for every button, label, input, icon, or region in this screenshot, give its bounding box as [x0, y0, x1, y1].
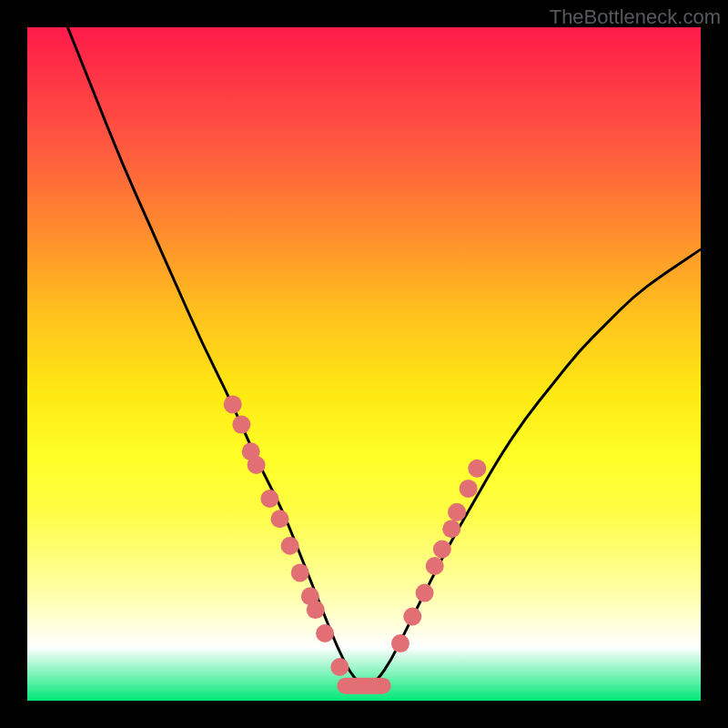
curve-marker-dot	[448, 503, 466, 521]
curve-marker-dot	[426, 557, 444, 575]
curve-marker-dot	[281, 537, 299, 555]
curve-marker-dot	[330, 658, 349, 676]
curve-marker-dot	[416, 584, 434, 602]
curve-marker-dot	[248, 456, 266, 474]
chart-svg	[27, 27, 701, 701]
curve-marker-dot	[260, 490, 278, 508]
bottleneck-curve	[67, 27, 701, 685]
curve-marker-dot	[291, 563, 309, 581]
curve-marker-dot	[468, 460, 486, 478]
curve-marker-dot	[433, 541, 451, 559]
curve-marker-dot	[442, 520, 460, 538]
curve-marker-dot	[460, 480, 478, 498]
curve-marker-dot	[307, 601, 325, 619]
watermark-text: TheBottleneck.com	[550, 5, 721, 29]
curve-marker-dot	[403, 608, 421, 626]
right-curve-markers	[391, 460, 486, 652]
valley-flat-marker	[337, 678, 390, 694]
curve-marker-dot	[316, 624, 334, 642]
curve-marker-dot	[391, 634, 410, 652]
curve-marker-dot	[232, 416, 250, 434]
left-curve-markers	[224, 395, 349, 676]
curve-marker-dot	[271, 510, 289, 528]
curve-marker-dot	[224, 395, 242, 413]
plot-area	[27, 27, 701, 701]
